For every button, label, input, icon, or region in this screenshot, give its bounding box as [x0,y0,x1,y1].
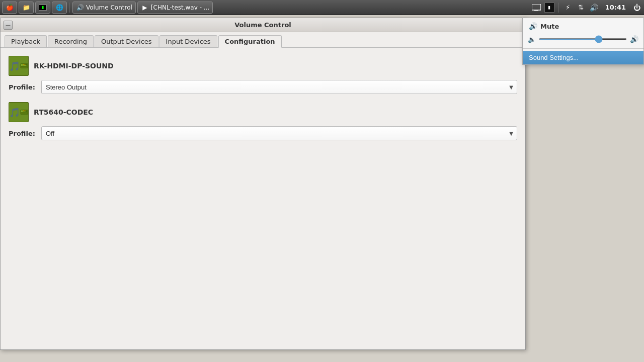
audio-player-icon: ▶ [141,4,149,12]
svg-rect-0 [532,4,541,10]
profile-label-rt5640: Profile: [9,130,36,137]
volume-slider-row: 🔈 🔊 [523,34,643,48]
mute-label: Mute [540,23,559,30]
file-manager-icon: 📁 [22,4,30,12]
window-titlebar: — Volume Control [1,18,525,32]
taskbar-left: 🍎 📁 ▮ 🌐 🔊 Volume Control ▶ [CHNL-test.wa… [2,2,531,14]
svg-rect-11 [21,110,23,112]
profile-select-rk-hdmi[interactable]: Stereo Output Digital Stereo (HDMI) Outp… [41,80,517,94]
volume-slider[interactable] [539,38,627,40]
tab-configuration[interactable]: Configuration [218,35,282,48]
device-icon-rk-hdmi [9,56,29,76]
svg-rect-3 [21,64,23,66]
app-logo[interactable]: 🍎 [2,2,17,14]
svg-rect-8 [23,65,26,66]
tray-terminal-icon[interactable]: ▮ [544,3,554,13]
profile-select-rt5640[interactable]: Off Stereo Input Stereo Output Stereo Du… [41,126,517,140]
taskbar-right: ▮ ⚡ ⇅ 🔊 10:41 ⏻ [531,3,642,13]
volume-control-window: — Volume Control Playback Recording Outp… [0,18,526,350]
profile-select-wrapper-rt5640: Off Stereo Input Stereo Output Stereo Du… [41,126,517,140]
window-controls: — [4,21,13,30]
app-browser[interactable]: 🌐 [52,2,67,14]
svg-rect-16 [23,112,26,112]
window-label-audio-player: [CHNL-test.wav - ... [151,4,209,11]
app-file-manager[interactable]: 📁 [19,2,34,14]
tab-bar: Playback Recording Output Devices Input … [1,32,525,48]
clock: 10:41 [602,4,629,11]
svg-rect-4 [23,64,24,65]
profile-row-rk-hdmi: Profile: Stereo Output Digital Stereo (H… [9,80,517,94]
profile-row-rt5640: Profile: Off Stereo Input Stereo Output … [9,126,517,140]
tab-output-devices[interactable]: Output Devices [95,35,158,47]
volume-control-icon: 🔊 [76,4,84,12]
taskbar-separator-2 [558,3,559,13]
sound-settings-button[interactable]: Sound Settings... [523,51,643,64]
device-name-rk-hdmi: RK-HDMI-DP-SOUND [34,62,114,70]
volume-high-icon: 🔊 [630,35,638,43]
volume-low-icon: 🔈 [528,36,536,43]
device-header-rt5640: RT5640-CODEC [9,102,517,122]
device-header-rk-hdmi: RK-HDMI-DP-SOUND [9,56,517,76]
tab-recording[interactable]: Recording [48,35,94,47]
power-button[interactable]: ⏻ [632,3,642,13]
device-icon-rt5640 [9,102,29,122]
window-label-volume-control: Volume Control [86,4,132,11]
device-card-rt5640: RT5640-CODEC Profile: Off Stereo Input S… [9,102,517,140]
device-card-rk-hdmi: RK-HDMI-DP-SOUND Profile: Stereo Output … [9,56,517,94]
mute-row: 🔊 Mute [523,18,643,34]
svg-rect-1 [534,10,538,11]
window-title: Volume Control [234,21,291,29]
tab-playback[interactable]: Playback [5,35,47,47]
volume-slider-container [539,34,627,44]
taskbar: 🍎 📁 ▮ 🌐 🔊 Volume Control ▶ [CHNL-test.wa… [0,0,644,15]
logo-icon: 🍎 [6,4,14,12]
mute-speaker-icon: 🔊 [529,22,537,30]
tray-network-icon[interactable]: ⇅ [576,3,586,13]
svg-rect-12 [23,110,24,111]
window-btn-volume-control[interactable]: 🔊 Volume Control [72,2,136,14]
terminal-icon: ▮ [39,5,47,11]
volume-popup: 🔊 Mute 🔈 🔊 Sound Settings... [522,18,644,65]
window-btn-audio-player[interactable]: ▶ [CHNL-test.wav - ... [137,2,213,14]
tray-monitor-icon[interactable] [531,3,541,13]
minimize-button[interactable]: — [4,21,13,30]
browser-icon: 🌐 [55,4,63,12]
svg-point-7 [26,65,26,65]
configuration-content: RK-HDMI-DP-SOUND Profile: Stereo Output … [1,48,525,349]
app-terminal[interactable]: ▮ [35,2,50,14]
popup-divider [523,48,643,49]
tray-bluetooth-icon[interactable]: ⚡ [563,3,573,13]
device-name-rt5640: RT5640-CODEC [34,108,93,116]
taskbar-separator-1 [69,3,70,13]
profile-select-wrapper-rk-hdmi: Stereo Output Digital Stereo (HDMI) Outp… [41,80,517,94]
profile-label-rk-hdmi: Profile: [9,83,36,91]
tab-input-devices[interactable]: Input Devices [159,35,217,47]
svg-point-15 [26,111,26,112]
tray-volume-icon[interactable]: 🔊 [589,3,599,13]
